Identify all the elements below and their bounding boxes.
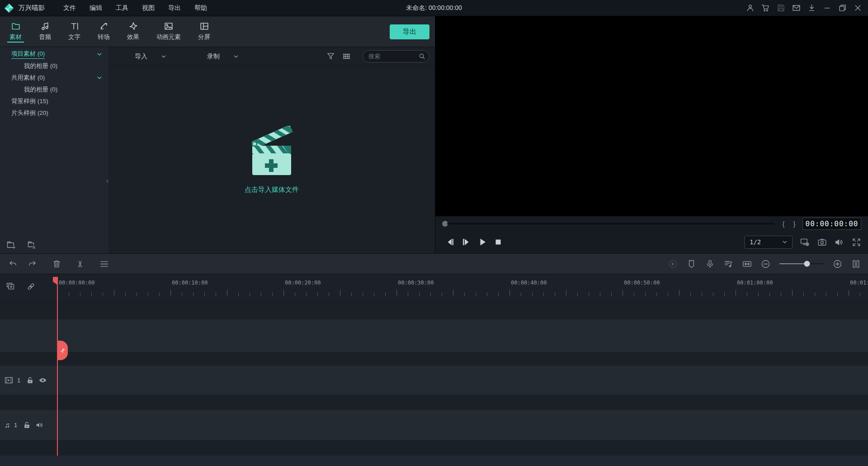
timeline-lane-audio[interactable]	[0, 410, 868, 440]
sidebar-folder-item[interactable]: 片头样例 (20)	[0, 107, 108, 119]
zoom-fit-icon[interactable]	[742, 259, 752, 269]
empty-hint-text[interactable]: 点击导入媒体文件	[245, 185, 299, 194]
previous-frame-button[interactable]	[445, 238, 454, 246]
ruler-tick	[849, 290, 849, 296]
timeline-zoom-slider[interactable]	[779, 261, 824, 267]
download-icon[interactable]	[804, 0, 819, 16]
audio-mixer-icon[interactable]	[724, 259, 733, 269]
ruler-tick	[430, 293, 431, 296]
preview-zoom-select[interactable]: 1/2	[745, 236, 793, 249]
fullscreen-icon[interactable]	[852, 238, 861, 247]
timeline-lane-video[interactable]	[0, 366, 868, 395]
feedback-mail-icon[interactable]	[788, 0, 804, 16]
import-dropdown[interactable]: 导入	[135, 52, 166, 61]
zoom-in-icon[interactable]	[833, 259, 842, 269]
tab-music[interactable]: 音频	[30, 16, 60, 47]
seek-track[interactable]	[447, 223, 774, 224]
text-icon	[70, 22, 79, 31]
playhead-cut-button[interactable]: ✂	[58, 341, 68, 360]
ruler-tick	[600, 293, 600, 296]
sidebar-folder-actions	[0, 240, 36, 250]
snapshot-icon[interactable]	[817, 238, 827, 247]
sidebar-folder-item[interactable]: 项目素材 (0)	[0, 48, 108, 60]
track-manager-icon[interactable]	[851, 259, 861, 269]
voiceover-mic-icon[interactable]	[705, 259, 715, 269]
next-frame-button[interactable]	[462, 238, 471, 246]
chevron-down-icon[interactable]	[97, 75, 102, 81]
delete-icon[interactable]	[51, 258, 62, 269]
sidebar-folder-item[interactable]: 我的相册 (0)	[0, 60, 108, 72]
ruler-tick	[137, 293, 137, 296]
minimize-button[interactable]	[819, 0, 835, 16]
display-settings-icon[interactable]	[800, 238, 810, 247]
link-icon[interactable]	[26, 282, 36, 291]
tab-text[interactable]: 文字	[60, 16, 89, 47]
play-button[interactable]	[479, 238, 487, 246]
menu-item[interactable]: 文件	[57, 0, 83, 16]
volume-icon[interactable]	[835, 238, 844, 247]
ruler-tick	[103, 293, 103, 296]
menu-item[interactable]: 编辑	[83, 0, 109, 16]
menu-item[interactable]: 帮助	[188, 0, 214, 16]
visibility-eye-icon[interactable]	[38, 376, 47, 385]
tab-transition[interactable]: 转场	[89, 16, 118, 47]
undo-icon[interactable]	[7, 258, 18, 269]
music-icon	[41, 22, 50, 31]
ruler-tick	[826, 293, 826, 296]
preview-video-area	[435, 16, 868, 216]
tab-split[interactable]: 分屏	[189, 16, 219, 47]
tab-label: 素材	[9, 33, 22, 41]
add-media-track-icon[interactable]	[6, 282, 15, 291]
marker-icon[interactable]	[687, 259, 696, 269]
ruler-tick	[589, 293, 589, 296]
sidebar-folder-item[interactable]: 共用素材 (0)	[0, 72, 108, 84]
export-button[interactable]: 导出	[390, 24, 429, 39]
video-track-number: 1	[17, 377, 20, 384]
tab-effect[interactable]: 效果	[118, 16, 148, 47]
mute-speaker-icon[interactable]	[35, 421, 44, 429]
timeline-lane-empty[interactable]	[0, 319, 868, 352]
import-clapperboard-icon[interactable]	[245, 126, 298, 176]
ruler-timecode-label: 00:00:40:00	[511, 280, 547, 286]
slider-knob[interactable]	[804, 261, 810, 267]
adjust-icon[interactable]	[99, 258, 110, 269]
chevron-down-icon[interactable]	[97, 52, 102, 57]
account-icon[interactable]	[742, 0, 758, 16]
lock-icon[interactable]	[26, 376, 34, 385]
redo-icon[interactable]	[27, 258, 38, 269]
window-actions	[742, 0, 868, 16]
sidebar-collapse-handle[interactable]: ‹	[105, 175, 109, 186]
split-scissors-icon[interactable]: ✂	[76, 260, 85, 267]
sidebar-folder-item[interactable]: 我的相册 (0)	[0, 84, 108, 95]
filter-icon[interactable]	[326, 52, 335, 61]
ruler-tick	[216, 293, 216, 296]
menu-item[interactable]: 导出	[161, 0, 188, 16]
store-cart-icon[interactable]	[758, 0, 773, 16]
ruler-tick	[261, 293, 261, 296]
maximize-button[interactable]	[835, 0, 850, 16]
mark-in-icon[interactable]: {	[778, 220, 789, 228]
delete-folder-icon[interactable]	[26, 240, 36, 250]
record-dropdown[interactable]: 录制	[207, 52, 239, 61]
menu-item[interactable]: 工具	[109, 0, 135, 16]
mark-out-icon[interactable]: }	[789, 220, 800, 228]
add-folder-icon[interactable]	[6, 240, 16, 250]
ruler-timecode-label: 00:00:20:00	[285, 280, 321, 286]
preview-timecode[interactable]: 00:00:00:00	[802, 218, 861, 230]
lock-icon[interactable]	[23, 421, 31, 429]
grid-view-icon[interactable]	[342, 52, 351, 61]
search-icon[interactable]	[419, 53, 425, 60]
stop-button[interactable]	[495, 238, 502, 246]
search-input[interactable]	[368, 53, 419, 60]
zoom-out-icon[interactable]	[761, 259, 770, 269]
playhead-line[interactable]	[57, 277, 58, 456]
timeline-ruler[interactable]: 00:00:00:0000:00:10:0000:00:20:0000:00:3…	[0, 274, 868, 299]
tab-folder[interactable]: 素材	[1, 16, 30, 47]
menu-item[interactable]: 视图	[135, 0, 161, 16]
sidebar-folder-item[interactable]: 背景样例 (15)	[0, 95, 108, 107]
close-button[interactable]	[850, 0, 865, 16]
ruler-tick	[295, 293, 295, 296]
ruler-tick	[464, 293, 465, 296]
tab-element[interactable]: 动画元素	[148, 16, 189, 47]
render-preview-icon[interactable]	[668, 259, 678, 269]
